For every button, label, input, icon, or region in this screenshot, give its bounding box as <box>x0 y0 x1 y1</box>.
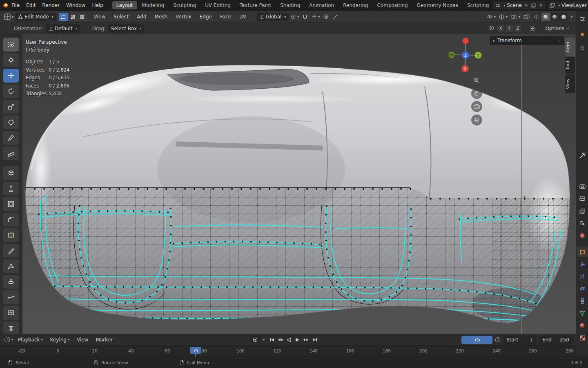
tool-bevel[interactable] <box>3 213 19 227</box>
mirror-y-toggle[interactable]: Y <box>506 25 513 32</box>
shading-material-button[interactable] <box>550 13 559 21</box>
play-reverse-button[interactable] <box>285 336 293 343</box>
workspace-tab-texture-paint[interactable]: Texture Paint <box>236 1 275 9</box>
tool-select-box[interactable] <box>3 38 19 52</box>
tool-knife[interactable] <box>3 244 19 258</box>
properties-editor-type-icon[interactable] <box>576 13 588 24</box>
tool-edge-slide[interactable] <box>3 306 19 320</box>
menu-edge[interactable]: Edge <box>196 11 216 22</box>
tab-object-data[interactable] <box>577 308 588 319</box>
play-button[interactable] <box>294 336 301 343</box>
viewport-3d[interactable]: User Perspective (75) body Objects1 / 5 … <box>22 34 576 334</box>
shading-rendered-button[interactable] <box>559 13 568 21</box>
tool-smooth[interactable] <box>3 290 19 304</box>
jump-to-start-button[interactable] <box>268 336 276 343</box>
tool-scale[interactable] <box>3 100 19 114</box>
timeline-menu-keying[interactable]: Keying▾ <box>47 337 73 343</box>
edge-select-mode-button[interactable] <box>68 13 78 21</box>
scene-selector[interactable]: ▾ Scene <box>493 1 546 9</box>
tool-rotate[interactable] <box>3 84 19 98</box>
tab-object[interactable] <box>577 247 588 257</box>
timeline-menu-playback[interactable]: Playback▾ <box>15 337 46 343</box>
timeline-editor-type-dropdown[interactable]: ▾ <box>3 335 14 344</box>
overlays-dropdown[interactable]: ▾ <box>510 13 521 21</box>
keying-dropdown[interactable]: ▾ <box>263 338 265 341</box>
workspace-tab-animation[interactable]: Animation <box>305 1 338 9</box>
workspace-tab-sculpting[interactable]: Sculpting <box>169 1 200 9</box>
npanel-tab-item[interactable]: Item <box>565 38 575 56</box>
workspace-tab-compositing[interactable]: Compositing <box>373 1 412 9</box>
workspace-tab-modeling[interactable]: Modeling <box>138 1 169 9</box>
pivot-point-dropdown[interactable]: ▾ <box>290 13 300 21</box>
shading-solid-button[interactable] <box>541 13 550 21</box>
shading-dropdown[interactable]: ▾ <box>571 15 572 19</box>
snap-settings-dropdown[interactable]: ▾ <box>310 13 321 21</box>
panel-grip-icon[interactable]: ⠿ <box>558 38 561 43</box>
mode-dropdown[interactable]: Edit Mode ▾ <box>15 13 56 21</box>
menu-edit[interactable]: Edit <box>23 0 39 11</box>
tab-texture[interactable] <box>577 332 588 343</box>
npanel-transform-header[interactable]: ▸ Transform ⠿ <box>490 36 564 45</box>
mirror-x-toggle[interactable]: X <box>497 25 504 32</box>
workspace-tab-scripting[interactable]: Scripting <box>463 1 493 9</box>
timeline-menu-marker[interactable]: Marker <box>92 337 116 343</box>
tool-extrude-region[interactable] <box>3 182 19 195</box>
tool-add-cube[interactable] <box>3 166 19 180</box>
npanel-tab-view[interactable]: View <box>565 74 575 93</box>
unlink-scene-icon[interactable] <box>538 2 544 8</box>
ortho-grid-button[interactable] <box>471 114 482 126</box>
prev-keyframe-button[interactable] <box>276 336 284 343</box>
tool-spin[interactable] <box>3 275 19 289</box>
playhead-badge[interactable]: 75 <box>190 347 201 354</box>
tool-inset-faces[interactable] <box>3 197 19 211</box>
blender-logo-icon[interactable] <box>2 2 8 8</box>
tool-cursor[interactable] <box>3 53 19 67</box>
menu-file[interactable]: File <box>8 0 23 11</box>
timeline-menu-view[interactable]: View <box>74 337 91 343</box>
workspace-tab-uv-editing[interactable]: UV Editing <box>201 1 235 9</box>
next-keyframe-button[interactable] <box>302 336 310 343</box>
face-select-mode-button[interactable] <box>78 13 87 21</box>
zoom-button[interactable] <box>471 75 482 86</box>
snap-magnet-toggle[interactable] <box>301 13 310 21</box>
tab-render[interactable] <box>577 181 588 192</box>
tab-view-layer[interactable] <box>577 206 588 216</box>
menu-select[interactable]: Select <box>110 11 132 22</box>
tab-output[interactable] <box>577 193 588 204</box>
options-dropdown[interactable]: Options ▾ <box>543 24 572 33</box>
workspace-tab-layout[interactable]: Layout <box>112 1 137 9</box>
orientation-default-dropdown[interactable]: Default ▾ <box>46 24 80 33</box>
drag-dropdown[interactable]: Select Box ▾ <box>108 24 144 33</box>
tab-world[interactable] <box>577 230 588 241</box>
timeline-ruler[interactable]: -20 0 20 40 60 80 100 120 140 160 180 20… <box>0 345 576 357</box>
tab-physics[interactable] <box>577 283 588 294</box>
falloff-dropdown[interactable] <box>331 13 340 21</box>
jump-to-end-button[interactable] <box>311 336 318 343</box>
menu-mesh[interactable]: Mesh <box>151 11 172 22</box>
tool-loop-cut[interactable] <box>3 228 19 242</box>
workspace-tab-rendering[interactable]: Rendering <box>339 1 372 9</box>
tool-move[interactable] <box>3 69 19 83</box>
proportional-edit-toggle[interactable] <box>321 13 330 21</box>
pin-icon[interactable] <box>523 2 529 8</box>
current-frame-field[interactable]: 75 <box>461 336 492 344</box>
tab-modifiers[interactable] <box>577 259 588 269</box>
xray-toggle[interactable] <box>522 13 531 21</box>
menu-window[interactable]: Window <box>63 0 89 11</box>
navigation-gizmo[interactable]: Z Y X <box>447 36 485 74</box>
pin-toggle-icon[interactable] <box>576 29 588 40</box>
tab-scene[interactable] <box>577 218 588 229</box>
workspace-tab-shading[interactable]: Shading <box>276 1 304 9</box>
mirror-z-toggle[interactable]: Z <box>514 25 521 32</box>
tool-rip-region[interactable] <box>3 321 19 335</box>
end-frame-field[interactable]: End 250 <box>539 336 572 344</box>
tool-poly-build[interactable] <box>3 259 19 273</box>
gizmos-dropdown[interactable]: ▾ <box>498 13 508 21</box>
auto-keying-toggle[interactable] <box>250 336 261 343</box>
menu-uv[interactable]: UV <box>236 11 250 22</box>
visibility-dropdown[interactable]: ▾ <box>486 13 497 21</box>
menu-add[interactable]: Add <box>133 11 150 22</box>
menu-view[interactable]: View <box>90 11 109 22</box>
editor-type-dropdown[interactable]: ▾ <box>3 13 14 21</box>
tab-constraints[interactable] <box>577 296 588 306</box>
